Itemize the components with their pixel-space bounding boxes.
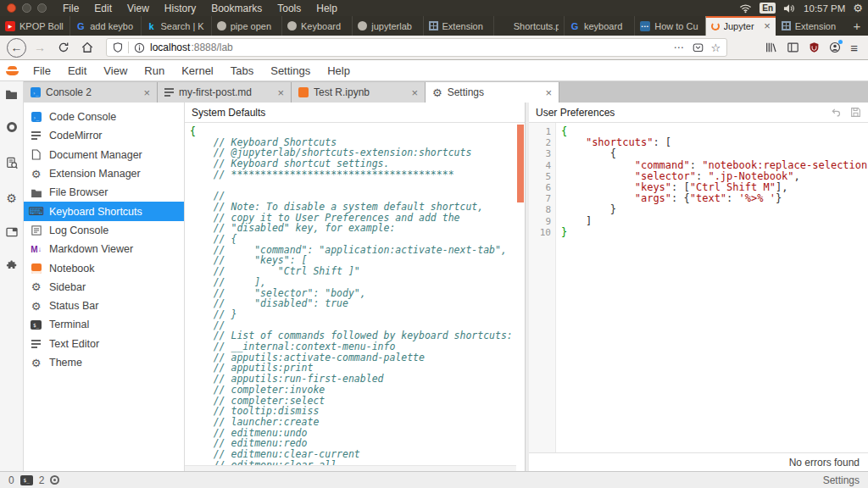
- markdown-m-icon: M↓: [31, 245, 42, 254]
- property-inspector-icon[interactable]: ⚙: [6, 191, 17, 206]
- browser-tab-extension-11[interactable]: Extension: [776, 16, 846, 36]
- sidebars-icon[interactable]: [787, 42, 799, 53]
- settings-item-sidebar[interactable]: ⚙Sidebar: [24, 278, 184, 297]
- user-preferences-code[interactable]: { "shortcuts": [ { "command": "notebook:…: [556, 123, 868, 452]
- browser-tab-keyboard-8[interactable]: Gkeyboard: [564, 16, 634, 36]
- browser-tab-jupyter-10[interactable]: Jupyter×: [705, 16, 776, 36]
- browser-tab-kpop-boll-0[interactable]: ▶KPOP Boll: [0, 16, 70, 36]
- clock[interactable]: 10:57 PM: [804, 3, 845, 14]
- tab-close-icon[interactable]: ×: [277, 86, 284, 99]
- extension-manager-icon[interactable]: [6, 258, 18, 270]
- forward-button[interactable]: →: [30, 38, 50, 57]
- jupyterlab-menu-kernel[interactable]: Kernel: [173, 64, 222, 77]
- jupyterlab-menu-view[interactable]: View: [95, 64, 136, 77]
- jupyterlab-menu-run[interactable]: Run: [136, 64, 173, 77]
- settings-item-codemirror[interactable]: CodeMirror: [24, 126, 184, 145]
- tab-close-icon[interactable]: ×: [411, 86, 418, 99]
- browser-tab-shortcuts-pn-7[interactable]: Shortcuts.pn: [493, 16, 564, 36]
- window-close-button[interactable]: [7, 3, 16, 13]
- command-palette-icon[interactable]: [6, 157, 18, 169]
- os-menu-bookmarks[interactable]: Bookmarks: [203, 3, 270, 14]
- doc-tab-my-first-post-md[interactable]: my-first-post.md×: [158, 82, 292, 103]
- settings-item-markdown-viewer[interactable]: M↓Markdown Viewer: [24, 240, 184, 258]
- console-icon: ›_: [31, 87, 41, 97]
- jupyterlab-menu-tabs[interactable]: Tabs: [222, 64, 262, 77]
- revert-icon[interactable]: [830, 107, 842, 118]
- account-icon[interactable]: [829, 42, 841, 53]
- hamburger-menu-icon[interactable]: ≡: [850, 41, 858, 55]
- settings-item-extension-manager[interactable]: ⚙Extension Manager: [24, 164, 184, 183]
- reload-button[interactable]: [53, 38, 74, 57]
- user-preferences-editor[interactable]: 12345678910 { "shortcuts": [ { "command"…: [529, 123, 868, 452]
- jupyterlab-menu-edit[interactable]: Edit: [59, 64, 95, 77]
- settings-item-notebook[interactable]: Notebook: [24, 258, 184, 277]
- terminal-count[interactable]: 0: [8, 474, 14, 486]
- doc-tab-test-r-ipynb[interactable]: Test R.ipynb×: [292, 82, 426, 103]
- back-button[interactable]: ←: [7, 38, 26, 58]
- code-line: }: [561, 227, 868, 238]
- jupyterlab-menu-help[interactable]: Help: [319, 64, 359, 77]
- browser-tab-search-k-2[interactable]: kSearch | K: [141, 16, 211, 36]
- wifi-icon[interactable]: [739, 3, 752, 14]
- session-gear-icon[interactable]: ⚙: [853, 3, 863, 14]
- browser-tab-pipe-open-3[interactable]: pipe open: [211, 16, 281, 36]
- settings-item-file-browser[interactable]: File Browser: [24, 183, 184, 202]
- os-menu-edit[interactable]: Edit: [86, 3, 120, 14]
- tracking-shield-icon[interactable]: [113, 42, 123, 53]
- tab-close-icon[interactable]: ×: [545, 86, 552, 99]
- running-sessions-icon[interactable]: [7, 120, 17, 136]
- settings-item-keyboard-shortcuts[interactable]: ⌨Keyboard Shortcuts: [24, 202, 184, 220]
- vertical-scrollbar[interactable]: [517, 125, 524, 202]
- settings-item-status-bar[interactable]: ⚙Status Bar: [24, 297, 184, 315]
- document-tab-bar: ›_Console 2×my-first-post.md×Test R.ipyn…: [24, 81, 868, 103]
- window-minimize-button[interactable]: [22, 3, 31, 13]
- page-actions-icon[interactable]: ⋯: [674, 42, 685, 53]
- tab-close-icon[interactable]: ×: [764, 20, 771, 31]
- new-tab-button[interactable]: +: [846, 16, 868, 36]
- browser-tab-how-to-cu-9[interactable]: •••How to Cu: [634, 16, 704, 36]
- kernel-count[interactable]: 2: [39, 474, 45, 486]
- keyboard-layout-indicator[interactable]: En: [760, 3, 776, 14]
- os-menu-history[interactable]: History: [157, 3, 203, 14]
- os-menu-view[interactable]: View: [120, 3, 157, 14]
- os-menu-help[interactable]: Help: [309, 3, 345, 14]
- settings-item-code-console[interactable]: ›_Code Console: [24, 108, 184, 126]
- file-browser-icon[interactable]: [5, 89, 18, 99]
- url-bar[interactable]: localhost :8888/lab ⋯ ☆: [106, 38, 727, 57]
- window-maximize-button[interactable]: [37, 3, 47, 13]
- tab-close-icon[interactable]: ×: [143, 86, 150, 99]
- site-info-icon[interactable]: [134, 42, 145, 53]
- browser-tab-title: Shortcuts.pn: [514, 21, 559, 31]
- browser-tab-extension-6[interactable]: Extension: [423, 16, 493, 36]
- browser-tab-keyboard-4[interactable]: Keyboard: [281, 16, 352, 36]
- jupyterlab-menu-file[interactable]: File: [25, 64, 59, 77]
- horizontal-scrollbar[interactable]: [185, 465, 516, 471]
- open-tabs-icon[interactable]: [6, 227, 18, 237]
- volume-icon[interactable]: [783, 3, 796, 14]
- kernel-icon[interactable]: [50, 475, 59, 485]
- jupyterlab-menu-settings[interactable]: Settings: [262, 64, 319, 77]
- bookmark-star-icon[interactable]: ☆: [711, 42, 721, 54]
- library-icon[interactable]: [765, 42, 777, 53]
- settings-item-log-console[interactable]: Log Console: [24, 221, 184, 240]
- status-context-label[interactable]: Settings: [823, 474, 860, 486]
- pocket-icon[interactable]: [693, 42, 704, 53]
- browser-tab-add-keybo-1[interactable]: Gadd keybo: [70, 16, 140, 36]
- save-icon[interactable]: [850, 107, 861, 118]
- system-defaults-editor[interactable]: { // Keyboard Shortcuts // @jupyterlab/s…: [185, 123, 525, 471]
- settings-item-text-editor[interactable]: Text Editor: [24, 335, 184, 353]
- console-icon: ›_: [31, 112, 42, 122]
- doc-tab-settings[interactable]: ⚙Settings×: [426, 82, 559, 103]
- settings-item-terminal[interactable]: $_Terminal: [24, 315, 184, 334]
- browser-tab-jupyterlab-5[interactable]: jupyterlab: [352, 16, 422, 36]
- os-menu-file[interactable]: File: [55, 3, 86, 14]
- settings-item-theme[interactable]: ⚙Theme: [24, 353, 184, 372]
- home-button[interactable]: [77, 38, 97, 57]
- terminal-icon[interactable]: $_: [20, 475, 33, 485]
- settings-item-document-manager[interactable]: Document Manager: [24, 146, 184, 164]
- ublock-icon[interactable]: [809, 42, 820, 53]
- scrollbar-thumb[interactable]: [517, 125, 524, 202]
- doc-tab-console-2[interactable]: ›_Console 2×: [24, 82, 158, 103]
- os-menu-tools[interactable]: Tools: [270, 3, 309, 14]
- github-favicon: [287, 21, 297, 30]
